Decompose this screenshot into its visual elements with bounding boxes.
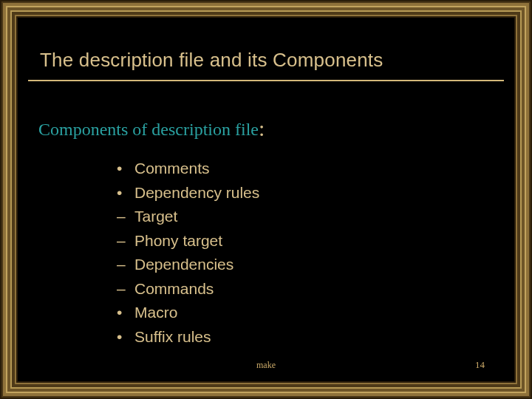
sublist-item-text: Target [134, 208, 177, 225]
title-underline [28, 80, 504, 81]
sublist-item-text: Phony target [134, 232, 222, 249]
slide-title: The description file and its Components [40, 49, 383, 72]
list-item-text: Comments [134, 160, 210, 177]
list-item: Dependency rules Target Phony target Dep… [117, 181, 259, 301]
sublist-item: Commands [117, 277, 259, 301]
subtitle: Components of description file: [38, 115, 265, 140]
slide: The description file and its Components … [0, 0, 532, 399]
list-item: Suffix rules [117, 325, 259, 349]
sublist-item: Target [117, 205, 259, 229]
bullet-list: Comments Dependency rules Target Phony t… [117, 157, 259, 349]
list-item: Comments [117, 157, 259, 181]
list-item-text: Dependency rules [134, 184, 259, 201]
subtitle-colon: : [259, 116, 265, 140]
sublist-item: Dependencies [117, 253, 259, 277]
sublist-item-text: Commands [134, 280, 214, 297]
sublist-item-text: Dependencies [134, 256, 233, 273]
list-item-text: Macro [134, 304, 177, 321]
subtitle-label: Components of description file [38, 120, 259, 139]
footer-center: make [16, 360, 516, 371]
sublist-item: Phony target [117, 229, 259, 253]
slide-content: The description file and its Components … [16, 16, 516, 383]
list-item: Macro [117, 301, 259, 325]
list-item-text: Suffix rules [134, 328, 211, 345]
page-number: 14 [475, 359, 485, 371]
